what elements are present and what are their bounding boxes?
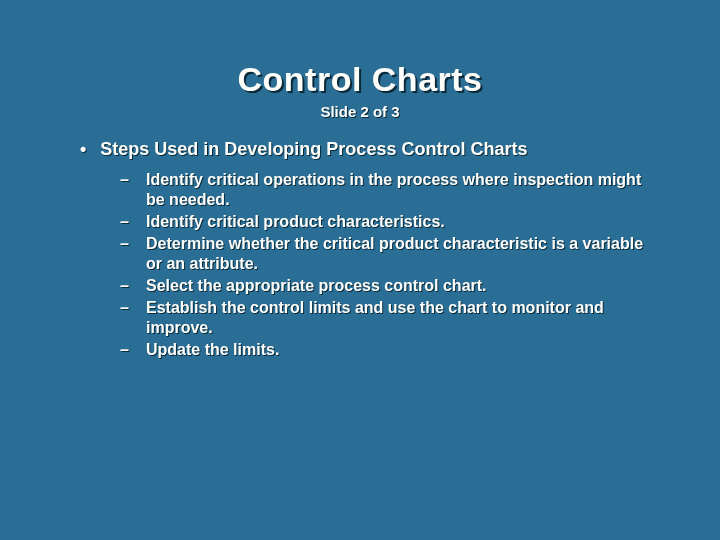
sub-bullet-list: – Identify critical operations in the pr… — [120, 170, 680, 360]
slide-subtitle: Slide 2 of 3 — [40, 103, 680, 120]
main-bullet: • Steps Used in Developing Process Contr… — [80, 138, 680, 160]
main-bullet-text: Steps Used in Developing Process Control… — [100, 138, 527, 160]
dash-icon: – — [120, 170, 132, 190]
slide-title: Control Charts — [40, 60, 680, 99]
dash-icon: – — [120, 276, 132, 296]
sub-item-text: Determine whether the critical product c… — [146, 234, 656, 274]
list-item: – Identify critical product characterist… — [120, 212, 680, 232]
sub-item-text: Establish the control limits and use the… — [146, 298, 656, 338]
sub-item-text: Select the appropriate process control c… — [146, 276, 487, 296]
list-item: – Establish the control limits and use t… — [120, 298, 680, 338]
list-item: – Identify critical operations in the pr… — [120, 170, 680, 210]
dash-icon: – — [120, 340, 132, 360]
dash-icon: – — [120, 212, 132, 232]
dash-icon: – — [120, 298, 132, 318]
slide: Control Charts Slide 2 of 3 • Steps Used… — [0, 0, 720, 540]
list-item: – Update the limits. — [120, 340, 680, 360]
list-item: – Determine whether the critical product… — [120, 234, 680, 274]
sub-item-text: Identify critical operations in the proc… — [146, 170, 656, 210]
bullet-icon: • — [80, 138, 86, 160]
sub-item-text: Update the limits. — [146, 340, 279, 360]
sub-item-text: Identify critical product characteristic… — [146, 212, 445, 232]
dash-icon: – — [120, 234, 132, 254]
list-item: – Select the appropriate process control… — [120, 276, 680, 296]
